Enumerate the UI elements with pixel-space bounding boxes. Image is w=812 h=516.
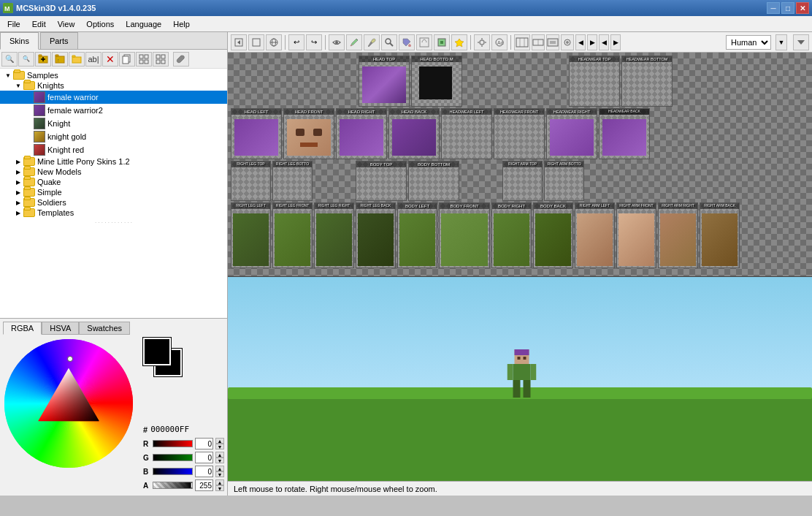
color-tab-swatches[interactable]: Swatches (79, 322, 130, 335)
right-leg-left-panel: RIGHT LEG LEFT (231, 202, 271, 268)
open-folder-button[interactable] (69, 52, 85, 67)
nav-forward-button[interactable] (248, 34, 264, 50)
unknown-btn4[interactable]: ◀ (575, 34, 586, 50)
wrench-button[interactable] (173, 52, 189, 67)
tree-item-soldiers[interactable]: ▶ Soldiers (0, 197, 227, 208)
view-options-button[interactable]: ▼ (775, 34, 787, 50)
right-expand-button[interactable] (793, 34, 809, 50)
new-skin-button[interactable] (35, 52, 51, 67)
r-slider-track[interactable] (153, 440, 193, 447)
app-icon: M (3, 3, 13, 13)
skin-layout-button[interactable] (514, 34, 530, 50)
fg-color-swatch[interactable] (143, 338, 171, 365)
sliders-area: R 0 ▲ ▼ G (143, 437, 224, 493)
tree-item-knight-red[interactable]: ▶ Knight red (0, 143, 227, 156)
canvas-3d-view[interactable] (228, 276, 812, 481)
svg-point-48 (566, 41, 569, 44)
a-slider-track[interactable] (153, 482, 193, 489)
color-wheel-dot[interactable] (67, 356, 73, 362)
eye-tool[interactable] (329, 34, 345, 50)
tree-item-female-warrior2[interactable]: ▶ female warrior2 (0, 104, 227, 117)
right-arm-right-label: RIGHT ARM RIGHT (659, 203, 697, 209)
clone-button[interactable] (119, 52, 135, 67)
tree-item-knights[interactable]: ▼ Knights (0, 80, 227, 91)
tab-parts[interactable]: Parts (40, 32, 78, 49)
unknown-btn1[interactable] (532, 34, 545, 50)
menu-language[interactable]: Language (120, 16, 167, 32)
unknown-btn2[interactable] (546, 34, 559, 50)
list-view-button[interactable] (153, 52, 169, 67)
globe-button[interactable] (266, 34, 282, 50)
a-value-input[interactable]: 255 (195, 479, 213, 491)
tab-skins[interactable]: Skins (0, 32, 39, 50)
tree-item-simple[interactable]: ▶ Simple (0, 187, 227, 197)
tree-item-templates[interactable]: ▶ Templates (0, 208, 227, 218)
expand-arrow: ▼ (13, 83, 23, 89)
menu-edit[interactable]: Edit (26, 16, 52, 32)
undo-button[interactable]: ↩ (288, 34, 304, 50)
expand-arrow: ▼ (3, 72, 13, 79)
color-tab-rgba[interactable]: RGBA (3, 322, 42, 335)
menu-view[interactable]: View (52, 16, 81, 32)
tools-button2[interactable]: Aα (491, 34, 508, 50)
b-value-input[interactable]: 0 (195, 466, 213, 477)
g-value-input[interactable]: 0 (195, 452, 213, 463)
menu-file[interactable]: File (1, 16, 26, 32)
unknown-btn7[interactable]: ▶ (610, 34, 621, 50)
view-selector[interactable]: Human (726, 35, 771, 50)
tree-item-female-warrior[interactable]: ▶ female warrior (0, 91, 227, 104)
menu-options[interactable]: Options (80, 16, 120, 32)
unknown-btn3[interactable] (561, 34, 574, 50)
tree-item-samples[interactable]: ▼ Samples (0, 70, 227, 80)
rename-button[interactable]: ab| (85, 52, 102, 67)
nav-back-button[interactable] (231, 34, 247, 50)
maximize-button[interactable]: □ (781, 2, 794, 14)
minimize-button[interactable]: ─ (767, 2, 780, 14)
tree-item-new-models[interactable]: ▶ New Models (0, 167, 227, 177)
color-wheel-container[interactable] (3, 338, 134, 469)
b-down-arrow[interactable]: ▼ (215, 471, 224, 477)
zoom-out-button[interactable]: 🔍 (18, 52, 34, 67)
g-slider-track[interactable] (153, 454, 193, 461)
r-value-input[interactable]: 0 (195, 438, 213, 449)
tree-item-knight-gold[interactable]: ▶ knight gold (0, 130, 227, 143)
resize-grip[interactable]: · · · · · · · · · · · · (0, 218, 227, 227)
zoom-in-button[interactable]: 🔍 (1, 52, 18, 67)
hex-row: # 000000FF (143, 425, 224, 434)
light-button[interactable] (474, 34, 490, 50)
delete-button[interactable]: ✕ (102, 52, 118, 67)
redo-button[interactable]: ↪ (306, 34, 322, 50)
magnify-tool[interactable] (381, 34, 397, 50)
blue-slider-row: B 0 ▲ ▼ (143, 465, 224, 478)
tree-item-knight[interactable]: ▶ Knight (0, 117, 227, 130)
tree-item-mine-little[interactable]: ▶ Mine Little Pony Skins 1.2 (0, 156, 227, 167)
g-down-arrow[interactable]: ▼ (215, 458, 224, 463)
tree-view[interactable]: ▼ Samples ▼ Knights ▶ female warrior (0, 69, 227, 318)
unknown-btn6[interactable]: ◀ (599, 34, 609, 50)
svg-rect-58 (524, 380, 531, 398)
tree-item-quake[interactable]: ▶ Quake (0, 177, 227, 187)
grid-view-button[interactable] (136, 52, 152, 67)
r-down-arrow[interactable]: ▼ (215, 444, 224, 449)
menu-help[interactable]: Help (167, 16, 196, 32)
pencil-tool[interactable] (346, 34, 362, 50)
unknown-btn5[interactable]: ▶ (587, 34, 597, 50)
g-up-arrow[interactable]: ▲ (215, 452, 224, 458)
headwear-bottom-panel: HEADWEAR BOTTOM (621, 56, 673, 107)
close-button[interactable]: ✕ (796, 2, 809, 14)
b-up-arrow[interactable]: ▲ (215, 466, 224, 471)
fill-tool[interactable] (399, 34, 415, 50)
unknown-tool2[interactable] (434, 34, 450, 50)
unknown-tool3[interactable] (451, 34, 467, 50)
color-tab-hsva[interactable]: HSVA (42, 322, 79, 335)
a-down-arrow[interactable]: ▼ (215, 485, 224, 491)
right-arm-left-label: RIGHT ARM LEFT (575, 203, 614, 209)
eyedropper-tool[interactable] (364, 34, 380, 50)
b-slider-track[interactable] (153, 468, 193, 475)
unknown-tool1[interactable] (416, 34, 432, 50)
import-button[interactable]: ↑ (52, 52, 68, 67)
r-up-arrow[interactable]: ▲ (215, 438, 224, 444)
headwear-bottom-label: HEADWEAR BOTTOM (622, 56, 672, 62)
canvas-skin-editor[interactable]: HEAD TOP HEAD BOTTO M HEADWEAR TOP (228, 53, 812, 276)
a-up-arrow[interactable]: ▲ (215, 479, 224, 485)
